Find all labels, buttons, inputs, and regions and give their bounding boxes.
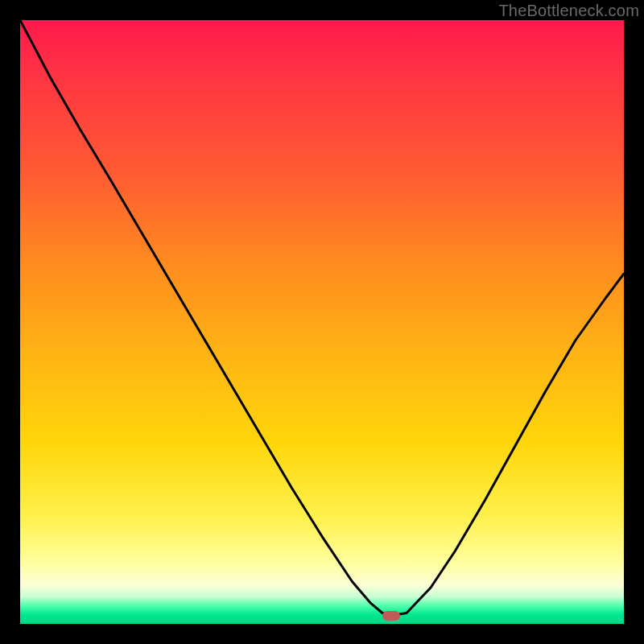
plot-area [20, 20, 624, 624]
chart-frame: TheBottleneck.com [0, 0, 644, 644]
optimal-marker [382, 611, 400, 621]
watermark-label: TheBottleneck.com [498, 2, 639, 20]
bottleneck-curve [20, 20, 624, 624]
